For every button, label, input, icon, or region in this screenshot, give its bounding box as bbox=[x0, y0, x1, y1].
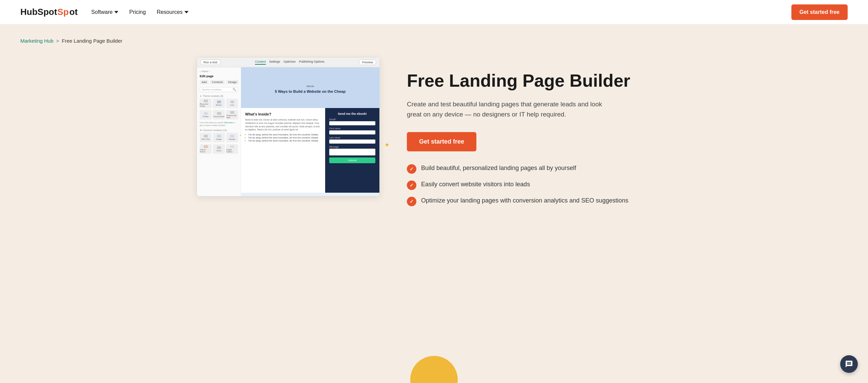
mockup-grid-form: Form bbox=[213, 144, 225, 154]
feature-text-3: Optimize your landing pages with convers… bbox=[421, 196, 628, 205]
mockup-preview-btn: Preview bbox=[359, 60, 376, 65]
breadcrumb-parent[interactable]: Marketing Hub bbox=[20, 38, 54, 44]
mockup-sidebar: ⌂ Home › Edit page Add Contents Design S… bbox=[197, 67, 241, 196]
hero-section: Marketing Hub > Free Landing Page Builde… bbox=[0, 24, 868, 383]
sparkle-icon-3: ✦ bbox=[384, 141, 390, 149]
mockup-sidebar-breadcrumb: ⌂ Home › bbox=[200, 70, 238, 72]
mockup-common-grid-1: Rich Text Image Header bbox=[200, 133, 238, 142]
mockup-tab-content: Content bbox=[255, 60, 266, 65]
hubspot-logo[interactable]: HubSpotSpot bbox=[20, 7, 78, 17]
mockup-grid-header: Header bbox=[226, 133, 238, 142]
chat-icon bbox=[845, 360, 853, 368]
mockup-tabs: Content Settings Optimize Publishing Opt… bbox=[255, 60, 324, 65]
software-label: Software bbox=[91, 9, 113, 15]
feature-check-icon-3 bbox=[407, 197, 416, 206]
mockup-btn-add: Add bbox=[200, 80, 209, 84]
mockup-bullet-list: Far far away, behind the word mountains,… bbox=[245, 133, 321, 142]
list-item: Far far away, behind the word mountains,… bbox=[249, 136, 321, 139]
mockup-grid-blog: Blog post listing bbox=[200, 99, 212, 108]
breadcrumb-separator: > bbox=[56, 38, 59, 44]
mockup-form-label-firstname: First name bbox=[329, 127, 375, 130]
mockup-search: Search modules 🔍 bbox=[200, 87, 238, 92]
nav-links: Software Pricing Resources bbox=[91, 9, 189, 15]
chat-widget[interactable] bbox=[840, 355, 858, 373]
resources-chevron-icon bbox=[184, 10, 189, 14]
mockup-topbar: Run a test Content Settings Optimize Pub… bbox=[197, 58, 379, 67]
mockup-grid-image: Image bbox=[213, 133, 225, 142]
navbar-cta-button[interactable]: Get started free bbox=[791, 4, 848, 20]
navbar-left: HubSpotSpot Software Pricing Resources bbox=[20, 7, 189, 17]
mockup-grid-social: Social follow bbox=[213, 110, 225, 120]
nav-software[interactable]: Software bbox=[91, 9, 118, 15]
hero-feature-2: Easily convert website visitors into lea… bbox=[407, 180, 671, 190]
mockup-grid-gallery: Image Gallery bbox=[226, 144, 238, 154]
mockup-content-area: What's Inside? Morbi et dolor est. Donec… bbox=[241, 108, 379, 193]
mockup-grid-testimonial: Testimonial slide bbox=[226, 110, 238, 120]
mockup-left-content: What's Inside? Morbi et dolor est. Donec… bbox=[241, 108, 325, 193]
mockup-form-input-lastname bbox=[329, 140, 375, 144]
mockup-search-placeholder: Search modules bbox=[202, 88, 233, 91]
hero-feature-1: Build beautiful, personalized landing pa… bbox=[407, 164, 671, 174]
hero-right: Free Landing Page Builder Create and tes… bbox=[407, 57, 671, 206]
mockup-main: eBook 5 Ways to Build a Website on the C… bbox=[241, 67, 379, 196]
mockup-common-grid-2: Call-to-Action Form Image Gallery bbox=[200, 144, 238, 154]
mockup-tab-publishing: Publishing Options bbox=[299, 60, 324, 65]
navbar: HubSpotSpot Software Pricing Resources G… bbox=[0, 0, 868, 24]
mockup-grid-button: Button bbox=[213, 99, 225, 108]
mockup-form-label-message: Message bbox=[329, 146, 375, 148]
mockup-grid-profile: Profile bbox=[200, 110, 212, 120]
hero-cta-button[interactable]: Get started free bbox=[407, 132, 476, 151]
mockup-tab-optimize: Optimize bbox=[283, 60, 296, 65]
hero-features-list: Build beautiful, personalized landing pa… bbox=[407, 164, 671, 206]
list-item: Far far away, behind the word mountains,… bbox=[249, 140, 321, 142]
feature-check-icon-2 bbox=[407, 180, 416, 190]
logo-ot: ot bbox=[70, 7, 78, 17]
mockup-theme-modules-label: ▼ Theme modules (6) bbox=[200, 95, 238, 97]
pricing-label: Pricing bbox=[129, 9, 146, 15]
bottom-decoration bbox=[410, 356, 458, 383]
mockup-whats-inside: What's Inside? bbox=[245, 112, 321, 116]
mockup-container: Run a test Content Settings Optimize Pub… bbox=[197, 57, 380, 196]
mockup-cant-find: Can't find what you need? Click here to … bbox=[200, 122, 238, 127]
mockup-theme-grid-1: Blog post listing Button Icon bbox=[200, 99, 238, 108]
logo-spot: Sp bbox=[57, 7, 68, 17]
mockup-form-input-message bbox=[329, 149, 375, 155]
hero-left: ✦ ✦ ✦ Run a test Content Settings Optimi… bbox=[197, 57, 380, 196]
mockup-run-test: Run a test bbox=[200, 60, 220, 65]
hero-title: Free Landing Page Builder bbox=[407, 71, 671, 91]
mockup-form-label-lastname: Last name bbox=[329, 136, 375, 139]
resources-label: Resources bbox=[157, 9, 182, 15]
nav-pricing[interactable]: Pricing bbox=[129, 9, 146, 15]
mockup-theme-grid-2: Profile Social follow Testimonial slide bbox=[200, 110, 238, 120]
mockup-tab-settings: Settings bbox=[269, 60, 280, 65]
breadcrumb: Marketing Hub > Free Landing Page Builde… bbox=[20, 38, 848, 44]
mockup-lorem: Morbi et dolor est. Donec at dolor vehic… bbox=[245, 118, 321, 131]
mockup-btn-design: Design bbox=[226, 80, 239, 84]
mockup-ebook-title: 5 Ways to Build a Website on the Cheap bbox=[275, 89, 346, 94]
mockup-right-form: Send me the ebook! Email* First name Las… bbox=[325, 108, 379, 193]
mockup-search-icon: 🔍 bbox=[233, 88, 236, 91]
hero-description: Create and test beautiful landing pages … bbox=[407, 99, 604, 120]
mockup-form-input-email bbox=[329, 121, 375, 125]
breadcrumb-current: Free Landing Page Builder bbox=[62, 38, 122, 44]
mockup-edit-page-label: Edit page bbox=[200, 75, 238, 78]
nav-resources[interactable]: Resources bbox=[157, 9, 188, 15]
mockup-ebook-area: eBook 5 Ways to Build a Website on the C… bbox=[241, 67, 379, 108]
feature-text-1: Build beautiful, personalized landing pa… bbox=[421, 164, 576, 173]
mockup-form-submit: Submit bbox=[329, 157, 375, 163]
feature-check-icon-1 bbox=[407, 164, 416, 174]
mockup-common-modules-label: ▼ Common modules (13) bbox=[200, 129, 238, 131]
software-chevron-icon bbox=[114, 10, 118, 14]
mockup-grid-cta: Call-to-Action bbox=[200, 144, 212, 154]
mockup-body: ⌂ Home › Edit page Add Contents Design S… bbox=[197, 67, 379, 196]
mockup-action-btns: Add Contents Design bbox=[200, 80, 238, 84]
mockup-grid-richtext: Rich Text bbox=[200, 133, 212, 142]
hero-content: ✦ ✦ ✦ Run a test Content Settings Optimi… bbox=[197, 57, 671, 206]
mockup-form-input-firstname bbox=[329, 130, 375, 134]
list-item: Far far away, behind the word mountains,… bbox=[249, 133, 321, 136]
mockup-form-label-email: Email* bbox=[329, 118, 375, 121]
hero-feature-3: Optimize your landing pages with convers… bbox=[407, 196, 671, 206]
mockup-form-title: Send me the ebook! bbox=[329, 112, 375, 115]
mockup-btn-contents: Contents bbox=[210, 80, 225, 84]
mockup-grid-icon: Icon bbox=[226, 99, 238, 108]
